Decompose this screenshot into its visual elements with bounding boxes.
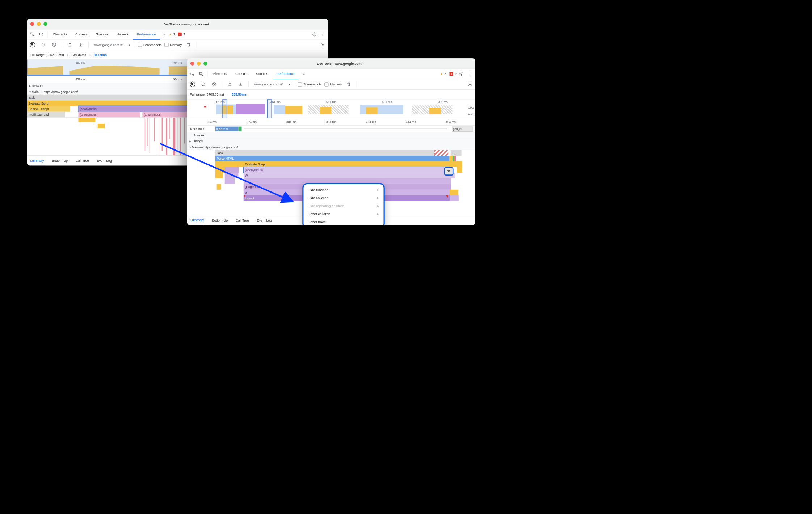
menu-hide-children[interactable]: Hide childrenC [303, 194, 383, 202]
warnings-badge[interactable]: ▲ 5 [440, 72, 446, 76]
gear-icon[interactable] [319, 41, 327, 49]
record-icon[interactable] [189, 80, 197, 88]
flame-bar-w[interactable]: W [244, 173, 451, 178]
tab-console[interactable]: Console [232, 69, 251, 79]
flame-bar[interactable] [454, 156, 456, 161]
tab-elements[interactable]: Elements [50, 29, 71, 39]
flame-bar[interactable] [225, 173, 239, 178]
menu-hide-function[interactable]: Hide functionH [303, 186, 383, 194]
memory-checkbox[interactable]: Memory [164, 43, 182, 47]
upload-icon[interactable] [66, 41, 74, 49]
zoom-button[interactable] [203, 62, 207, 65]
gc-icon[interactable] [185, 41, 193, 49]
tab-call-tree[interactable]: Call Tree [235, 215, 250, 225]
flame-bar[interactable] [457, 161, 462, 167]
overview-minimap[interactable]: 361 ms 461 ms 561 ms 661 ms 761 ms CPU N… [187, 99, 475, 118]
close-button[interactable] [190, 62, 194, 65]
tab-elements[interactable]: Elements [210, 69, 231, 79]
flame-bar[interactable] [225, 167, 239, 173]
flame-bar[interactable] [215, 167, 225, 173]
device-icon[interactable] [197, 70, 205, 78]
flame-bar-profiling-overhead[interactable]: Profili…erhead [27, 112, 65, 118]
device-icon[interactable] [37, 30, 45, 38]
network-request[interactable]: n,jsa,mb4. [215, 127, 239, 131]
track-main[interactable]: ▾ Main — https://www.google.com/ [187, 144, 475, 150]
flame-bar[interactable] [453, 156, 454, 161]
flame-bar-evaluate-script[interactable]: Evaluate Script [244, 161, 458, 167]
minimize-button[interactable] [37, 22, 41, 26]
tab-bottom-up[interactable]: Bottom-Up [211, 215, 229, 225]
tab-console[interactable]: Console [72, 29, 91, 39]
range-full[interactable]: Full range (5705.85ms) [190, 92, 224, 96]
flame-bar[interactable] [457, 167, 462, 173]
recording-selector[interactable]: www.google.com #1 [92, 43, 126, 46]
zoom-button[interactable] [43, 22, 47, 26]
gear-icon[interactable] [466, 80, 474, 88]
flame-bar-anonymous[interactable]: (anonymous) [78, 112, 140, 118]
overview-handle-right[interactable] [267, 99, 272, 118]
tab-sources[interactable]: Sources [252, 69, 272, 79]
gear-icon[interactable] [458, 70, 466, 78]
clear-icon[interactable] [210, 80, 218, 88]
chevron-down-icon[interactable]: ▾ [129, 43, 130, 46]
tab-bottom-up[interactable]: Bottom-Up [51, 156, 69, 165]
upload-icon[interactable] [226, 80, 234, 88]
inspect-icon[interactable] [29, 30, 37, 38]
flame-bar-task[interactable]: Task [215, 150, 448, 156]
range-current[interactable]: 535.50ms [232, 92, 247, 96]
tab-summary[interactable]: Summary [189, 215, 205, 225]
flame-bar[interactable] [450, 190, 459, 195]
tab-call-tree[interactable]: Call Tree [75, 156, 90, 165]
chevron-down-icon[interactable]: ▾ [289, 82, 290, 86]
menu-reset-children[interactable]: Reset childrenU [303, 210, 383, 218]
flame-bar-anonymous[interactable]: (anonymous) [142, 112, 188, 118]
record-icon[interactable] [29, 41, 37, 49]
flame-bar-anonymous[interactable]: (anonymous) [244, 167, 451, 173]
screenshots-checkbox[interactable]: Screenshots [138, 43, 162, 47]
flame-bar-compile-script[interactable]: Compil…Script [27, 106, 70, 112]
flame-bar[interactable] [217, 184, 221, 190]
tab-sources[interactable]: Sources [92, 29, 112, 39]
inspect-icon[interactable] [189, 70, 197, 78]
tab-performance[interactable]: Performance [133, 29, 160, 39]
track-network[interactable]: ▸ Network n,jsa,mb4. gen_20 [187, 126, 475, 132]
track-frames[interactable]: Frames [187, 132, 475, 138]
download-icon[interactable] [77, 41, 85, 49]
gear-icon[interactable] [310, 30, 318, 38]
overview-handle-left[interactable] [222, 99, 227, 118]
tab-event-log[interactable]: Event Log [256, 215, 273, 225]
reload-icon[interactable] [39, 41, 47, 49]
range-current[interactable]: 31.59ms [94, 53, 107, 56]
gc-icon[interactable] [345, 80, 353, 88]
entry-options-button[interactable] [444, 167, 454, 175]
reload-icon[interactable] [199, 80, 207, 88]
flame-bar[interactable] [215, 173, 223, 178]
tab-performance[interactable]: Performance [273, 68, 299, 79]
kebab-icon[interactable] [466, 70, 474, 78]
range-mid[interactable]: 649.34ms [72, 53, 86, 56]
tab-network[interactable]: Network [113, 29, 132, 39]
kebab-icon[interactable] [319, 30, 327, 38]
flame-bar[interactable] [450, 195, 459, 201]
recording-selector[interactable]: www.google.com #1 [252, 82, 286, 86]
errors-badge[interactable]: × 2 [450, 72, 457, 76]
range-full[interactable]: Full range (5667.63ms) [30, 53, 64, 56]
more-tabs-icon[interactable]: » [300, 71, 307, 76]
flame-bar-parse-html[interactable]: Parse HTML [215, 156, 451, 161]
close-button[interactable] [30, 22, 34, 26]
more-tabs-icon[interactable]: » [161, 32, 168, 37]
download-icon[interactable] [237, 80, 245, 88]
flame-bar-task-short[interactable]: T… [451, 150, 462, 156]
network-request[interactable] [238, 127, 241, 131]
menu-reset-trace[interactable]: Reset trace [303, 218, 383, 225]
tab-summary[interactable]: Summary [29, 155, 45, 165]
track-timings[interactable]: ▸ Timings [187, 138, 475, 144]
screenshots-checkbox[interactable]: Screenshots [298, 82, 322, 86]
tab-event-log[interactable]: Event Log [96, 156, 113, 165]
memory-checkbox[interactable]: Memory [324, 82, 342, 86]
flame-bar[interactable] [215, 161, 244, 167]
network-request[interactable]: gen_20 [452, 127, 473, 132]
warnings-badge[interactable]: ▲ 3 [169, 33, 175, 36]
flame-bar[interactable] [449, 156, 455, 161]
flame-bar[interactable] [225, 178, 235, 184]
